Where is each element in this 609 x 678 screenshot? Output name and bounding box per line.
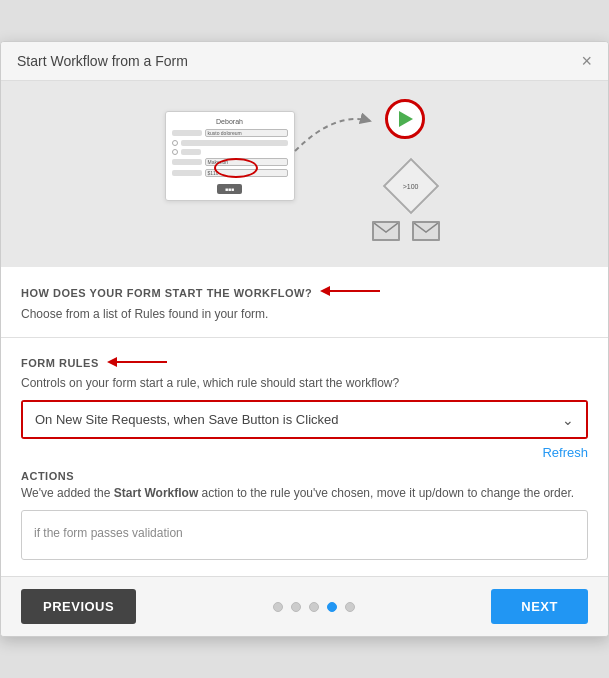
actions-heading: ACTIONS <box>21 470 588 482</box>
step-dot-4 <box>327 602 337 612</box>
dialog-footer: PREVIOUS NEXT <box>1 576 608 636</box>
radio-icon <box>172 149 178 155</box>
refresh-link[interactable]: Refresh <box>21 445 588 462</box>
diamond-icon: >100 <box>382 158 439 215</box>
close-button[interactable]: × <box>581 52 592 70</box>
form-rules-select[interactable]: On New Site Requests, when Save Button i… <box>23 402 586 437</box>
envelope-icon-2 <box>412 221 440 241</box>
svg-marker-1 <box>320 286 330 296</box>
form-rules-heading: FORM RULES <box>21 354 588 372</box>
play-triangle-icon <box>399 111 413 127</box>
envelope-icon-1 <box>372 221 400 241</box>
actions-description: We've added the Start Workflow action to… <box>21 486 588 500</box>
red-arrow-icon <box>320 283 380 303</box>
dialog: Start Workflow from a Form × Deborah kus… <box>0 41 609 637</box>
dashed-arrow-svg <box>290 101 380 161</box>
how-heading: HOW DOES YOUR FORM START THE WORKFLOW? <box>21 283 588 303</box>
step-dots <box>273 602 355 612</box>
form-card-title: Deborah <box>172 118 288 125</box>
how-section: HOW DOES YOUR FORM START THE WORKFLOW? C… <box>1 267 608 337</box>
red-arrow-2-icon <box>107 354 167 372</box>
illustration-area: Deborah kusto doloreum Makenon <box>1 81 608 267</box>
play-button-icon <box>385 99 425 139</box>
step-dot-2 <box>291 602 301 612</box>
form-rules-select-wrapper: On New Site Requests, when Save Button i… <box>21 400 588 439</box>
diamond-label: >100 <box>403 183 419 190</box>
step-dot-1 <box>273 602 283 612</box>
form-card: Deborah kusto doloreum Makenon <box>165 111 295 201</box>
actions-box-text: if the form passes validation <box>34 526 183 540</box>
step-dot-3 <box>309 602 319 612</box>
radio-icon <box>172 140 178 146</box>
illustration: Deborah kusto doloreum Makenon <box>155 101 455 251</box>
highlight-oval <box>214 158 258 178</box>
step-dot-5 <box>345 602 355 612</box>
dialog-title: Start Workflow from a Form <box>17 53 188 69</box>
form-button: ■■■ <box>217 184 242 194</box>
actions-section: ACTIONS We've added the Start Workflow a… <box>1 462 608 576</box>
next-button[interactable]: NEXT <box>491 589 588 624</box>
form-rules-description: Controls on your form start a rule, whic… <box>21 376 588 390</box>
actions-box: if the form passes validation <box>21 510 588 560</box>
dialog-header: Start Workflow from a Form × <box>1 42 608 81</box>
form-rules-section: FORM RULES Controls on your form start a… <box>1 338 608 462</box>
svg-marker-3 <box>107 357 117 367</box>
how-description: Choose from a list of Rules found in you… <box>21 307 588 321</box>
previous-button[interactable]: PREVIOUS <box>21 589 136 624</box>
